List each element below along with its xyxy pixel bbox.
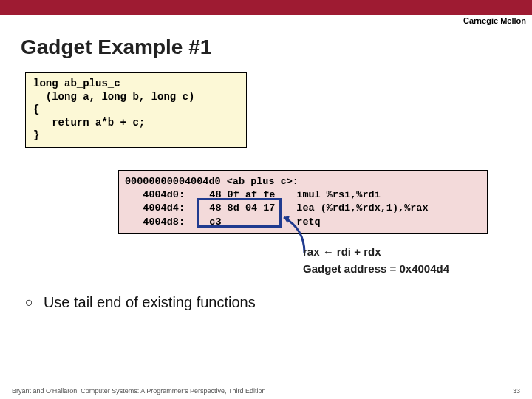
annotation: rax ← rdi + rdx Gadget address = 0x4004d… [303, 244, 510, 277]
footer-left: Bryant and O'Hallaron, Computer Systems:… [12, 387, 265, 395]
asm-row: 4004d8: c3 retq [125, 216, 481, 229]
annotation-line1-pre: rax [303, 245, 323, 258]
asm-header-sym: <ab_plus_c>: [227, 175, 299, 188]
asm-bytes: 48 0f af fe [209, 188, 296, 202]
footer: Bryant and O'Hallaron, Computer Systems:… [0, 387, 532, 395]
asm-row: 4004d0: 48 0f af fe imul %rsi,%rdi [125, 188, 481, 202]
top-bar [0, 0, 532, 15]
asm-header: 00000000004004d0 <ab_plus_c>: [125, 175, 481, 188]
asm-row: 4004d4: 48 8d 04 17 lea (%rdi,%rdx,1),%r… [125, 202, 481, 215]
bullet-icon: ○ [25, 295, 33, 310]
bullet-list: ○ Use tail end of existing functions [25, 294, 256, 311]
asm-header-addr: 00000000004004d0 [125, 175, 221, 188]
asm-instr: imul %rsi,%rdi [296, 188, 481, 202]
asm-bytes: c3 [209, 216, 296, 229]
annotation-line1-post: rdi + rdx [334, 245, 381, 258]
asm-addr: 4004d4: [143, 202, 209, 215]
page-number: 33 [513, 387, 520, 395]
asm-addr: 4004d0: [143, 188, 209, 202]
brand-label: Carnegie Mellon [0, 15, 532, 25]
asm-bytes: 48 8d 04 17 [209, 202, 296, 215]
asm-instr: lea (%rdi,%rdx,1),%rax [296, 202, 481, 215]
slide-title: Gadget Example #1 [0, 25, 532, 65]
slide: Carnegie Mellon Gadget Example #1 long a… [0, 0, 532, 399]
bullet-item: ○ Use tail end of existing functions [25, 294, 256, 311]
asm-instr: retq [296, 216, 481, 229]
asm-code-box: 00000000004004d0 <ab_plus_c>: 4004d0: 48… [118, 170, 488, 234]
c-code-box: long ab_plus_c (long a, long b, long c) … [25, 72, 247, 148]
asm-addr: 4004d8: [143, 216, 209, 229]
bullet-text: Use tail end of existing functions [44, 294, 256, 311]
left-arrow-icon: ← [323, 245, 334, 258]
annotation-line2: Gadget address = 0x4004d4 [303, 261, 510, 278]
